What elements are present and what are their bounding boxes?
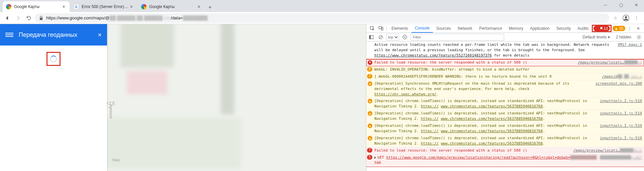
console-message: [Deprecation] chrome.loadTimes() is depr… — [374, 98, 600, 109]
warning-icon: ▲ — [368, 136, 372, 141]
tab-close-icon[interactable]: ✕ — [196, 4, 201, 9]
console-source-link[interactable]: VM17 maps:1 — [618, 42, 642, 58]
console-link[interactable]: https:// — [421, 141, 439, 146]
tab-close-icon[interactable]: ✕ — [61, 4, 66, 9]
console-link[interactable]: www.chromestatus.com/features/5637885046… — [441, 141, 543, 146]
hamburger-menu-icon[interactable] — [5, 33, 13, 37]
devtools-error-count-badge[interactable]: ✖ 13 — [592, 25, 611, 32]
map-canvas[interactable]: Agnieszki Nike DZE — [107, 24, 366, 171]
devtools-menu-icon[interactable]: ⋮ — [625, 24, 634, 33]
console-link[interactable]: https:// — [421, 116, 439, 121]
console-row-warn[interactable]: ▲[Deprecation] chrome.loadTimes() is dep… — [366, 135, 644, 147]
console-link[interactable]: https:// — [421, 104, 439, 108]
console-link[interactable]: www.chromestatus.com/features/5637885046… — [441, 104, 543, 108]
browser-toolbar: https://www.google.com/maps/@██.██████,█… — [0, 12, 644, 24]
map-area-label: DZE — [107, 101, 116, 106]
console-source-link[interactable]: inputtools.I.js:519 — [600, 111, 642, 121]
console-row-warn[interactable]: 8WebGL: INVALID_OPERATION: bindBuffer: a… — [366, 66, 644, 73]
console-link[interactable]: https://www.google.com/maps/preview/loca… — [386, 155, 570, 160]
console-repeat-count: 8 — [367, 67, 372, 72]
devtools-tab-elements[interactable]: Elements — [388, 24, 411, 33]
tab-close-icon[interactable]: ✕ — [128, 4, 134, 9]
console-source-link[interactable]: /maps/preview/locati…██████81:1 — [573, 148, 642, 153]
console-link[interactable]: https:// — [421, 129, 439, 133]
device-toolbar-icon[interactable] — [376, 24, 385, 33]
console-repeat-count: 5 — [367, 155, 372, 160]
console-source-link[interactable]: inputtools.I.js:519 — [600, 123, 642, 134]
console-source-link[interactable]: inputtools.I.js:519 — [600, 98, 642, 109]
nav-reload-button[interactable] — [24, 13, 33, 23]
console-row-warn[interactable]: ▲[Deprecation] chrome.loadTimes() is dep… — [366, 98, 644, 110]
devtools-panel: ElementsConsoleSourcesNetworkPerformance… — [366, 24, 644, 171]
inspect-element-icon[interactable] — [368, 24, 376, 33]
window-maximize-button[interactable]: ▢ — [613, 0, 629, 10]
console-message: Active resource loading counts reached a… — [374, 42, 618, 58]
devtools-tab-security[interactable]: Security — [553, 24, 574, 33]
console-link[interactable]: www.chromestatus.com/features/5637885046… — [441, 116, 543, 121]
warning-icon: ▲ — [368, 99, 372, 103]
new-tab-button[interactable]: + — [205, 3, 215, 12]
address-bar[interactable]: https://www.google.com/maps/@██.██████,█… — [35, 13, 609, 23]
console-filter-input[interactable] — [410, 34, 504, 40]
console-source-link[interactable]: /maps/@██,██,14z:1 — [602, 74, 642, 79]
nav-forward-button[interactable] — [13, 13, 23, 23]
console-settings-icon[interactable] — [635, 33, 643, 41]
console-row-info[interactable]: Active resource loading counts reached a… — [366, 41, 644, 59]
console-message: [Deprecation] chrome.loadTimes() is depr… — [374, 123, 600, 134]
devtools-close-icon[interactable]: ✕ — [634, 24, 643, 33]
console-row-warn[interactable]: ▲[Deprecation] Synchronous XMLHttpReques… — [366, 80, 644, 98]
console-message: GET https://www.google.com/maps/preview/… — [374, 155, 600, 166]
browser-tab[interactable]: Google Карты✕ — [3, 1, 70, 12]
expand-triangle-icon[interactable] — [374, 156, 376, 159]
devtools-tab-audits[interactable]: Audits — [574, 24, 592, 33]
devtools-tab-sources[interactable]: Sources — [433, 24, 454, 33]
console-sidebar-toggle-icon[interactable] — [368, 33, 375, 41]
console-message: Failed to load resource: the server resp… — [374, 60, 578, 65]
browser-menu-icon[interactable]: ⋮ — [632, 13, 641, 23]
console-row-warn[interactable]: ▲[Deprecation] chrome.loadTimes() is dep… — [366, 110, 644, 122]
window-minimize-button[interactable]: ─ — [598, 0, 613, 10]
window-controls: ─ ▢ ✕ — [598, 0, 644, 10]
browser-tab-title: Google Карты — [149, 4, 196, 9]
console-link[interactable]: www.chromestatus.com/features/5637885046… — [441, 129, 543, 133]
devtools-tab-application[interactable]: Application — [527, 24, 553, 33]
bookmark-star-icon[interactable]: ☆ — [611, 13, 620, 23]
console-link[interactable]: https://www.chromestatus.com/feature/552… — [374, 53, 492, 58]
console-clear-icon[interactable] — [377, 33, 384, 41]
console-source-link[interactable]: ██████████████g:467 — [600, 155, 642, 166]
console-message: [.WebGL-000001A46EF51F00]RENDER WARNING:… — [374, 74, 602, 79]
loading-spinner-icon — [50, 56, 57, 62]
window-close-button[interactable]: ✕ — [629, 0, 644, 10]
console-row-warn[interactable]: ▲[Deprecation] chrome.loadTimes() is dep… — [366, 122, 644, 135]
address-url: https://www.google.com/maps/@██.██████,█… — [46, 15, 207, 20]
nav-back-button[interactable] — [3, 13, 12, 23]
console-log-list[interactable]: Active resource loading counts reached a… — [366, 41, 644, 171]
browser-tab-title: Error 500 (Server Error)!!1 — [82, 4, 128, 9]
console-row-warn[interactable]: 2[.WebGL-000001A46EF51F00]RENDER WARNING… — [366, 73, 644, 80]
maps-panel-close-button[interactable]: × — [98, 31, 102, 39]
console-row-error[interactable]: 5GET https://www.google.com/maps/preview… — [366, 154, 644, 167]
console-error-group-highlight: 7Failed to load resource: the server res… — [366, 147, 644, 167]
browser-tab[interactable]: GError 500 (Server Error)!!1✕ — [70, 1, 137, 12]
content-area: Передача геоданных × Agnieszki Nike DZE … — [0, 24, 644, 171]
devtools-warn-count-badge[interactable]: ▲ 15 — [613, 26, 625, 31]
devtools-tab-memory[interactable]: Memory — [505, 24, 527, 33]
console-source-link[interactable]: inputtools.I.js:519 — [600, 136, 642, 146]
console-context-select[interactable]: top — [386, 34, 399, 40]
devtools-tab-performance[interactable]: Performance — [476, 24, 505, 33]
console-link[interactable]: https://xhr.spec.whatwg.org/ — [374, 92, 436, 96]
console-source-link[interactable]: /maps/preview/locati…██████:1 — [578, 60, 642, 65]
console-hidden-count[interactable]: 2 hidden — [614, 35, 633, 39]
console-row-error[interactable]: 7Failed to load resource: the server res… — [366, 147, 644, 154]
console-levels-dropdown[interactable]: Default levels ▾ — [581, 35, 612, 39]
profile-avatar-icon[interactable] — [621, 13, 631, 23]
console-row-error[interactable]: ✖Failed to load resource: the server res… — [366, 59, 644, 66]
console-source-link[interactable]: screenshot.min.js:200 — [595, 81, 642, 97]
browser-tab[interactable]: Google Карты✕ — [138, 1, 205, 12]
devtools-tab-console[interactable]: Console — [411, 24, 433, 33]
maps-panel-header: Передача геоданных × — [0, 24, 107, 46]
devtools-tabbar: ElementsConsoleSourcesNetworkPerformance… — [366, 24, 644, 33]
live-expression-icon[interactable] — [401, 33, 408, 41]
warning-icon: ▲ — [368, 123, 372, 128]
devtools-tab-network[interactable]: Network — [454, 24, 476, 33]
